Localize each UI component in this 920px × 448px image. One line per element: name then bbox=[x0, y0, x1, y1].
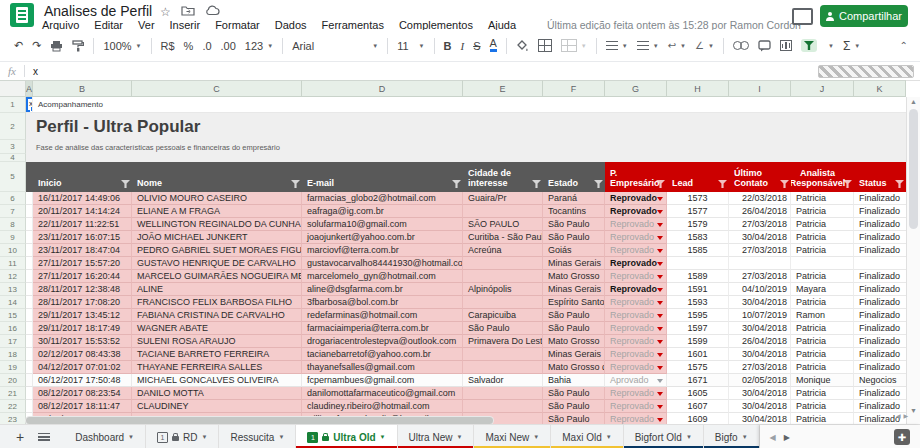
cell-cidade[interactable]: Carapicuiba bbox=[463, 309, 543, 322]
cell-colA[interactable] bbox=[26, 283, 33, 296]
filter-funnel-icon[interactable] bbox=[452, 180, 461, 188]
cell-inicio[interactable]: 02/12/2017 08:43:38 bbox=[33, 348, 132, 361]
row-header-12[interactable]: 12 bbox=[0, 270, 26, 283]
cell-nome[interactable]: WELLINGTON REGINALDO DA CUNHA bbox=[132, 218, 302, 231]
filter-funnel-icon[interactable] bbox=[291, 180, 300, 188]
cell-cidade[interactable]: Acreúna bbox=[463, 244, 543, 257]
tab-menu-arrow-icon[interactable]: ▼ bbox=[278, 434, 284, 440]
cell-analista[interactable]: Patricia bbox=[791, 231, 854, 244]
cell-status[interactable]: Negocios bbox=[854, 374, 906, 387]
cell-status[interactable]: Finalizado bbox=[854, 231, 906, 244]
cell-colA[interactable] bbox=[26, 322, 33, 335]
cell-lead[interactable]: 1579 bbox=[667, 218, 729, 231]
cell-colA[interactable] bbox=[26, 296, 33, 309]
cell-colA[interactable] bbox=[26, 244, 33, 257]
document-title[interactable]: Analises de Perfil bbox=[44, 3, 152, 19]
dropdown-arrow-icon[interactable] bbox=[657, 223, 663, 227]
cell-inicio[interactable]: 28/11/2017 17:08:20 bbox=[33, 296, 132, 309]
dropdown-arrow-icon[interactable] bbox=[657, 275, 663, 279]
cell-estado[interactable]: Paraná bbox=[543, 192, 605, 205]
cell-email[interactable]: eafraga@ig.com.br bbox=[302, 205, 463, 218]
cell-cidade[interactable]: Salvador bbox=[463, 374, 543, 387]
dropdown-arrow-icon[interactable] bbox=[657, 327, 663, 331]
cell-ultimo-contato[interactable] bbox=[729, 257, 791, 270]
print-button[interactable] bbox=[50, 40, 63, 52]
cell-colA[interactable] bbox=[26, 335, 33, 348]
row-header-18[interactable]: 18 bbox=[0, 348, 26, 361]
row-header-7[interactable]: 7 bbox=[0, 205, 26, 218]
cell-analista[interactable]: Patricia bbox=[791, 192, 854, 205]
column-title-email[interactable]: E-mail bbox=[302, 162, 463, 192]
filter-funnel-icon[interactable] bbox=[718, 180, 727, 188]
cell-nome[interactable]: ELIANE A M FRAGA bbox=[132, 205, 302, 218]
cell-analista[interactable]: Monique bbox=[791, 374, 854, 387]
cell-lead[interactable]: 1575 bbox=[667, 361, 729, 374]
cell-analista[interactable]: Patricia bbox=[791, 205, 854, 218]
cell-ultimo-contato[interactable]: 30/04/2018 bbox=[729, 400, 791, 413]
cell-colA[interactable] bbox=[26, 361, 33, 374]
dropdown-arrow-icon[interactable] bbox=[657, 236, 663, 240]
add-sheet-button[interactable]: + bbox=[16, 429, 24, 445]
scroll-horizontal-arrows[interactable]: ◀▶ bbox=[896, 412, 911, 419]
column-header-F[interactable]: F bbox=[543, 80, 605, 97]
italic-button[interactable]: I bbox=[461, 40, 465, 52]
cloud-status-icon[interactable] bbox=[205, 5, 220, 19]
column-header-G[interactable]: G bbox=[605, 80, 667, 97]
column-title-lead[interactable]: Lead bbox=[667, 162, 729, 192]
cell-analista[interactable]: Patricia bbox=[791, 348, 854, 361]
cell-email[interactable]: danilomottafarmaceutico@gmail.com bbox=[302, 387, 463, 400]
dropdown-arrow-icon[interactable] bbox=[657, 314, 663, 318]
cell-status[interactable]: Finalizado bbox=[854, 348, 906, 361]
cell-colA[interactable] bbox=[26, 400, 33, 413]
borders-button[interactable] bbox=[538, 39, 552, 52]
cell-lead[interactable]: 1671 bbox=[667, 374, 729, 387]
cell-colA[interactable] bbox=[26, 270, 33, 283]
cell-colA[interactable] bbox=[26, 218, 33, 231]
cell-analista[interactable]: Patricia bbox=[791, 244, 854, 257]
cell-colA[interactable] bbox=[26, 387, 33, 400]
header-colA[interactable] bbox=[26, 162, 33, 192]
cell-ultimo-contato[interactable]: 30/04/2018 bbox=[729, 322, 791, 335]
fill-color-button[interactable] bbox=[516, 40, 529, 52]
column-title-empresario[interactable]: P. Empresário bbox=[605, 162, 667, 192]
cell-colA[interactable] bbox=[26, 205, 33, 218]
row-header-19[interactable]: 19 bbox=[0, 361, 26, 374]
cell-status[interactable]: Finalizado bbox=[854, 192, 906, 205]
cell-inicio[interactable]: 28/11/2017 12:38:48 bbox=[33, 283, 132, 296]
insert-chart-button[interactable] bbox=[780, 40, 792, 51]
cell-estado[interactable]: São Paulo bbox=[543, 309, 605, 322]
bold-button[interactable]: B bbox=[444, 40, 452, 52]
cell-status[interactable]: Finalizado bbox=[854, 270, 906, 283]
functions-button[interactable]: Σ▼ bbox=[843, 39, 860, 53]
cell-email[interactable]: marciovf@terra.com.br bbox=[302, 244, 463, 257]
scroll-up-arrow[interactable]: ▲ bbox=[910, 98, 917, 105]
row-header-10[interactable]: 10 bbox=[0, 244, 26, 257]
move-folder-icon[interactable] bbox=[181, 5, 195, 19]
cell-inicio[interactable]: 04/12/2017 07:01:02 bbox=[33, 361, 132, 374]
column-title-nome[interactable]: Nome bbox=[132, 162, 302, 192]
sheet-tab-bigfo[interactable]: Bigfo▼ bbox=[704, 425, 760, 448]
row-header-6[interactable]: 6 bbox=[0, 192, 26, 205]
insert-comment-button[interactable] bbox=[758, 40, 771, 52]
cell-ultimo-contato[interactable]: 27/03/2018 bbox=[729, 270, 791, 283]
cell-inicio[interactable]: 20/11/2017 14:14:24 bbox=[33, 205, 132, 218]
cell-inicio[interactable]: 08/12/2017 08:23:54 bbox=[33, 387, 132, 400]
cell-email[interactable]: joaojunkert@yahoo.com.br bbox=[302, 231, 463, 244]
row-header-9[interactable]: 9 bbox=[0, 231, 26, 244]
dropdown-arrow-icon[interactable] bbox=[657, 249, 663, 253]
collapse-toolbar-button[interactable]: ⌃ bbox=[900, 40, 908, 51]
cell-colA[interactable] bbox=[26, 309, 33, 322]
cell-ultimo-contato[interactable]: 27/03/2018 bbox=[729, 244, 791, 257]
cell-email[interactable]: 3fbarbosa@bol.com.br bbox=[302, 296, 463, 309]
cell-cidade[interactable] bbox=[463, 270, 543, 283]
vertical-scrollbar[interactable]: ▲ ▼ bbox=[906, 97, 920, 424]
font-size-select[interactable]: 11▼ bbox=[397, 40, 424, 52]
merge-cells-button[interactable]: ▼ bbox=[561, 39, 587, 52]
column-title-estado[interactable]: Estado bbox=[543, 162, 605, 192]
cell-email[interactable]: farmacias_globo2@hotmail.com bbox=[302, 192, 463, 205]
row-header-4[interactable]: 4 bbox=[0, 154, 26, 162]
horizontal-align-button[interactable]: ▼ bbox=[606, 41, 628, 50]
cell-cidade[interactable] bbox=[463, 205, 543, 218]
row-header-20[interactable]: 20 bbox=[0, 374, 26, 387]
cell-analista[interactable]: Patricia bbox=[791, 296, 854, 309]
